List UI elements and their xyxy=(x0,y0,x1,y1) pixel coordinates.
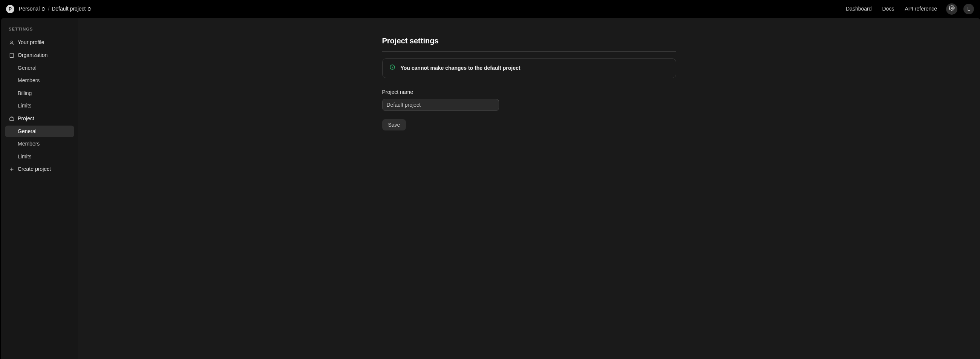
title-divider xyxy=(382,51,676,52)
sidebar-item-label: Limits xyxy=(18,102,32,110)
sidebar-item-label: Create project xyxy=(18,166,51,173)
sidebar-item-org-limits[interactable]: Limits xyxy=(5,100,74,112)
sidebar-item-create-project[interactable]: Create project xyxy=(5,163,74,176)
sidebar-item-profile[interactable]: Your profile xyxy=(5,37,74,49)
project-name-input[interactable] xyxy=(382,99,499,111)
sidebar-item-label: Billing xyxy=(18,90,32,97)
main-content: Project settings You cannot make changes… xyxy=(78,18,980,359)
svg-point-0 xyxy=(951,7,953,9)
settings-button[interactable] xyxy=(946,3,958,15)
user-icon xyxy=(9,40,15,46)
org-name: Personal xyxy=(19,5,40,13)
building-icon xyxy=(9,53,15,59)
user-avatar[interactable]: L xyxy=(963,4,974,14)
chevron-up-down-icon xyxy=(41,6,46,12)
org-switcher[interactable]: Personal xyxy=(19,5,46,13)
svg-rect-8 xyxy=(10,118,14,121)
sidebar-item-project-general[interactable]: General xyxy=(5,126,74,138)
gear-icon xyxy=(949,5,955,13)
sidebar-item-project-limits[interactable]: Limits xyxy=(5,151,74,163)
page-title: Project settings xyxy=(382,35,676,46)
sidebar-item-label: General xyxy=(18,128,37,136)
project-switcher[interactable]: Default project xyxy=(52,5,92,13)
sidebar-item-label: General xyxy=(18,64,37,72)
sidebar-item-project-members[interactable]: Members xyxy=(5,138,74,150)
sidebar-item-label: Members xyxy=(18,140,40,148)
svg-point-1 xyxy=(11,41,13,43)
org-avatar[interactable]: P xyxy=(6,5,14,13)
chevron-up-down-icon xyxy=(87,6,92,12)
sidebar-item-label: Organization xyxy=(18,52,48,59)
sidebar-item-org-billing[interactable]: Billing xyxy=(5,88,74,100)
sidebar-heading: SETTINGS xyxy=(5,23,74,36)
sidebar-item-organization[interactable]: Organization xyxy=(5,49,74,61)
nav-api-reference[interactable]: API reference xyxy=(901,3,941,15)
sidebar-item-label: Project xyxy=(18,115,34,123)
settings-sidebar: SETTINGS Your profile Organization Gener… xyxy=(1,18,78,359)
briefcase-icon xyxy=(9,116,15,122)
topbar: P Personal / Default project Dashboard D… xyxy=(0,0,980,18)
plus-icon xyxy=(9,166,15,172)
sidebar-item-org-members[interactable]: Members xyxy=(5,75,74,87)
svg-rect-2 xyxy=(10,54,13,58)
breadcrumb-separator: / xyxy=(48,5,49,13)
notice-text: You cannot make changes to the default p… xyxy=(401,64,520,72)
info-icon xyxy=(389,64,395,72)
sidebar-item-label: Limits xyxy=(18,153,32,161)
breadcrumb: P Personal / Default project xyxy=(6,5,92,13)
readonly-notice: You cannot make changes to the default p… xyxy=(382,59,676,78)
sidebar-item-label: Your profile xyxy=(18,39,44,46)
save-button[interactable]: Save xyxy=(382,119,406,131)
sidebar-item-org-general[interactable]: General xyxy=(5,62,74,74)
project-name: Default project xyxy=(52,5,86,13)
nav-docs[interactable]: Docs xyxy=(878,3,898,15)
project-name-label: Project name xyxy=(382,89,676,96)
nav-dashboard[interactable]: Dashboard xyxy=(842,3,876,15)
sidebar-item-project[interactable]: Project xyxy=(5,113,74,125)
sidebar-item-label: Members xyxy=(18,77,40,85)
